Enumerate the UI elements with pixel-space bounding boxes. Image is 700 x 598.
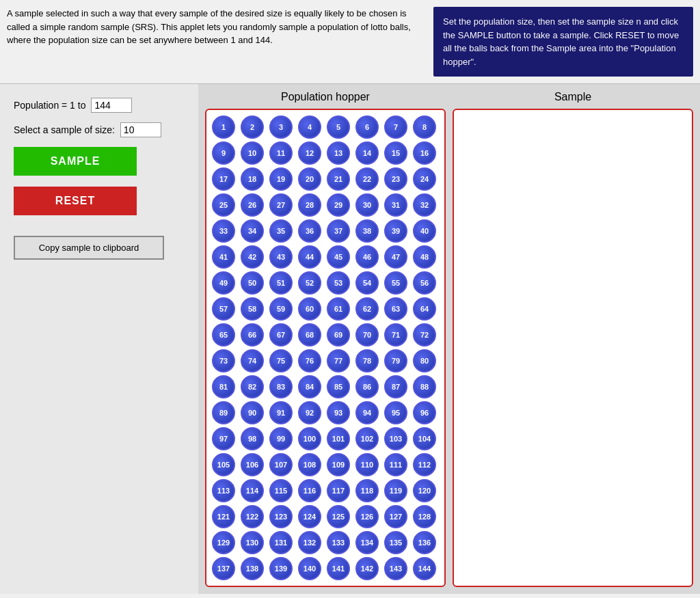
ball-141[interactable]: 141 [327,557,350,580]
ball-42[interactable]: 42 [241,245,264,269]
ball-99[interactable]: 99 [269,427,293,450]
ball-55[interactable]: 55 [384,271,407,295]
ball-65[interactable]: 65 [212,323,235,346]
ball-44[interactable]: 44 [298,245,321,269]
ball-87[interactable]: 87 [384,375,407,398]
ball-79[interactable]: 79 [384,349,407,372]
ball-96[interactable]: 96 [413,401,436,424]
ball-90[interactable]: 90 [241,401,264,424]
ball-128[interactable]: 128 [413,505,436,528]
ball-112[interactable]: 112 [413,453,436,476]
ball-33[interactable]: 33 [212,219,235,243]
ball-93[interactable]: 93 [327,401,350,424]
ball-71[interactable]: 71 [384,323,407,346]
ball-41[interactable]: 41 [212,245,235,269]
ball-86[interactable]: 86 [355,375,379,398]
ball-62[interactable]: 62 [355,297,379,321]
ball-5[interactable]: 5 [327,115,350,139]
ball-123[interactable]: 123 [269,505,293,528]
ball-119[interactable]: 119 [384,479,407,502]
ball-38[interactable]: 38 [355,219,379,243]
ball-88[interactable]: 88 [413,375,436,398]
ball-139[interactable]: 139 [269,557,293,580]
ball-121[interactable]: 121 [212,505,235,528]
ball-20[interactable]: 20 [298,167,321,191]
ball-27[interactable]: 27 [269,193,293,217]
ball-7[interactable]: 7 [384,115,407,139]
ball-28[interactable]: 28 [298,193,321,217]
ball-135[interactable]: 135 [384,531,407,554]
ball-72[interactable]: 72 [413,323,436,346]
ball-101[interactable]: 101 [327,427,350,450]
ball-110[interactable]: 110 [355,453,379,476]
ball-108[interactable]: 108 [298,453,321,476]
ball-114[interactable]: 114 [241,479,264,502]
ball-115[interactable]: 115 [269,479,293,502]
ball-124[interactable]: 124 [298,505,321,528]
ball-13[interactable]: 13 [327,141,350,165]
ball-70[interactable]: 70 [355,323,379,346]
ball-6[interactable]: 6 [355,115,379,139]
ball-132[interactable]: 132 [298,531,321,554]
ball-144[interactable]: 144 [413,557,436,580]
reset-button[interactable]: RESET [14,187,137,215]
ball-133[interactable]: 133 [327,531,350,554]
ball-9[interactable]: 9 [212,141,235,165]
ball-30[interactable]: 30 [355,193,379,217]
ball-63[interactable]: 63 [384,297,407,321]
ball-56[interactable]: 56 [413,271,436,295]
ball-75[interactable]: 75 [269,349,293,372]
ball-89[interactable]: 89 [212,401,235,424]
ball-81[interactable]: 81 [212,375,235,398]
ball-52[interactable]: 52 [298,271,321,295]
ball-11[interactable]: 11 [269,141,293,165]
ball-24[interactable]: 24 [413,167,436,191]
ball-100[interactable]: 100 [298,427,321,450]
ball-83[interactable]: 83 [269,375,293,398]
ball-107[interactable]: 107 [269,453,293,476]
ball-51[interactable]: 51 [269,271,293,295]
ball-80[interactable]: 80 [413,349,436,372]
ball-64[interactable]: 64 [413,297,436,321]
ball-37[interactable]: 37 [327,219,350,243]
ball-106[interactable]: 106 [241,453,264,476]
ball-48[interactable]: 48 [413,245,436,269]
ball-91[interactable]: 91 [269,401,293,424]
ball-26[interactable]: 26 [241,193,264,217]
sample-size-input[interactable] [120,122,161,137]
ball-120[interactable]: 120 [413,479,436,502]
ball-16[interactable]: 16 [413,141,436,165]
ball-59[interactable]: 59 [269,297,293,321]
ball-138[interactable]: 138 [241,557,264,580]
ball-140[interactable]: 140 [298,557,321,580]
ball-40[interactable]: 40 [413,219,436,243]
population-input[interactable] [91,98,132,113]
ball-4[interactable]: 4 [298,115,321,139]
ball-2[interactable]: 2 [241,115,264,139]
ball-25[interactable]: 25 [212,193,235,217]
ball-22[interactable]: 22 [355,167,379,191]
ball-85[interactable]: 85 [327,375,350,398]
ball-116[interactable]: 116 [298,479,321,502]
ball-53[interactable]: 53 [327,271,350,295]
ball-134[interactable]: 134 [355,531,379,554]
ball-102[interactable]: 102 [355,427,379,450]
clipboard-button[interactable]: Copy sample to clipboard [14,236,164,260]
ball-19[interactable]: 19 [269,167,293,191]
ball-34[interactable]: 34 [241,219,264,243]
ball-36[interactable]: 36 [298,219,321,243]
ball-131[interactable]: 131 [269,531,293,554]
ball-126[interactable]: 126 [355,505,379,528]
ball-58[interactable]: 58 [241,297,264,321]
ball-95[interactable]: 95 [384,401,407,424]
ball-109[interactable]: 109 [327,453,350,476]
ball-129[interactable]: 129 [212,531,235,554]
ball-61[interactable]: 61 [327,297,350,321]
ball-3[interactable]: 3 [269,115,293,139]
ball-74[interactable]: 74 [241,349,264,372]
ball-143[interactable]: 143 [384,557,407,580]
ball-39[interactable]: 39 [384,219,407,243]
ball-122[interactable]: 122 [241,505,264,528]
ball-21[interactable]: 21 [327,167,350,191]
ball-67[interactable]: 67 [269,323,293,346]
